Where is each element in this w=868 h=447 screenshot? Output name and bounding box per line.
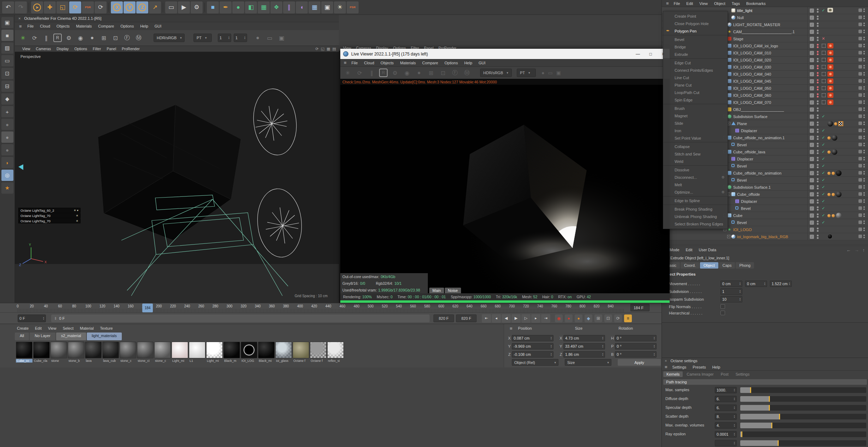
texture-paint-button[interactable]: ◗ [1,157,13,168]
attr-tab-phong[interactable]: Phong [736,262,754,269]
kernel-settings-icon[interactable]: ⚙ [390,68,400,77]
picture-icon-icon[interactable]: ▣ [277,33,286,42]
material-item[interactable]: stone_ci [137,342,154,363]
material-thumbnail[interactable] [120,342,136,358]
edit-render-settings-button[interactable]: ⚙ [191,1,203,13]
os-param-slider[interactable] [740,440,866,446]
render-region-icon[interactable]: R [53,34,62,42]
layer-icon[interactable]: ∕ [810,235,814,239]
region-clear-icon[interactable]: ⊡ [438,68,448,77]
material-item[interactable]: Cube_cc [16,342,32,363]
spinner-arrows-icon[interactable]: ▴▾ [654,336,655,340]
mini-dots-icon[interactable] [863,51,865,54]
layer-icon[interactable]: ∕ [810,150,814,154]
solo-button[interactable]: ≡ [624,314,632,322]
attr-field[interactable]: 1.522 cm▴▾ [770,281,792,287]
visibility-dots-icon[interactable] [817,93,819,98]
phong-tag-icon[interactable] [832,172,835,175]
mini-dots-icon[interactable] [863,220,865,224]
layer-icon[interactable]: ∕ [810,16,814,20]
rotation-b-field[interactable]: 0 °▴▾ [615,351,657,358]
prev-frame-button[interactable]: ◀ [502,314,511,323]
texture-mode-button[interactable]: ▨ [1,42,13,54]
material-thumbnail[interactable] [102,342,119,358]
array-generator-button[interactable]: ❖ [270,1,282,13]
spinner-arrows-icon[interactable]: ▴▾ [602,336,603,340]
material-item[interactable]: stone_b [68,342,84,363]
octane-menu-objects[interactable]: Objects [54,23,72,29]
material-tab-all[interactable]: All [15,333,29,340]
render-region-icon[interactable]: R [379,69,388,77]
attr-field[interactable]: 0 cm▴▾ [720,281,742,287]
play-button[interactable]: ▶ [511,314,521,323]
lv-menu-file[interactable]: File [349,60,361,66]
record-parameter-button[interactable]: ● [575,314,582,322]
material-item[interactable]: lava_cub [102,342,119,363]
mini-dots-icon[interactable] [863,213,865,217]
hamburger-icon[interactable]: ≡ [342,60,348,65]
visibility-dots-icon[interactable] [817,86,819,90]
mini-layer-icon[interactable] [858,51,862,54]
range-end-field-1[interactable]: 820 F [433,314,454,322]
attr-menu-edit[interactable]: Edit [683,247,695,253]
phong-tag-icon[interactable] [827,214,831,217]
scale-tool-button[interactable]: ◱ [56,1,68,13]
octane-menu-help[interactable]: Help [137,23,151,29]
layer-icon[interactable]: ∕ [810,37,814,41]
material-thumbnail[interactable] [137,342,154,358]
uvw-tag-icon[interactable] [838,121,843,126]
visibility-dots-icon[interactable] [817,199,819,204]
spinner-arrows-icon[interactable]: ▴▾ [789,282,790,286]
visibility-dots-icon[interactable] [817,235,819,239]
texture-tag-icon[interactable] [827,121,833,127]
material-item[interactable]: stone_c [154,342,171,363]
attr-nav-arrow-2[interactable]: ↑ [863,247,865,253]
mini-layer-icon[interactable] [858,23,862,26]
mini-dots-icon[interactable] [863,136,865,139]
send-scene-live-viewer-icon[interactable]: ✳ [18,33,28,42]
material-menu-view[interactable]: View [45,325,59,331]
layer-icon[interactable]: ∕ [810,129,814,133]
visibility-dots-icon[interactable] [817,72,819,76]
slider-handle[interactable] [769,396,770,402]
maximize-button[interactable]: □ [644,49,657,59]
display-mode-dropdown[interactable]: HDR/sRGB▾ [154,34,185,42]
octane-settings-close-icon[interactable]: × [665,359,667,363]
lock-resolution-icon[interactable]: ◉ [76,33,85,42]
render-tab-main[interactable]: Main [429,288,444,293]
material-item[interactable]: Light_mi [206,342,223,363]
texture-tag-icon[interactable] [836,170,842,176]
texture-tag-icon[interactable] [836,192,842,197]
lv-picture-icon[interactable]: ▣ [556,70,561,76]
lv-camera-icon[interactable]: ● [541,70,544,76]
target-box-icon[interactable] [822,100,826,104]
mini-dots-icon[interactable] [863,79,865,83]
layer-icon[interactable]: ∕ [810,30,814,34]
undo-button[interactable]: ↶ [2,1,14,13]
lv-display-mode-dropdown[interactable]: HDR/sRGB▾ [480,69,512,77]
camera-tag-icon[interactable] [827,100,833,105]
restart-render-icon[interactable]: ⟳ [355,68,364,77]
material-thumbnail[interactable] [172,342,188,358]
layer-icon[interactable]: ∕ [810,220,814,225]
spinner-arrows-icon[interactable]: ▴▾ [43,317,44,320]
material-picker-icon[interactable]: Ⓜ [462,68,472,77]
material-item[interactable]: L1 [189,342,205,363]
region-add-icon[interactable]: ⊞ [99,33,108,42]
material-item[interactable]: Octane f [293,342,309,363]
mini-layer-icon[interactable] [858,178,862,182]
mini-layer-icon[interactable] [858,206,862,210]
os-param-slider[interactable] [740,387,866,393]
timeline-ruler[interactable]: 0204060801001201401601802002202402602803… [0,303,662,313]
spinner-arrows-icon[interactable]: ▴▾ [734,388,735,392]
subdivision-surface-generator-button[interactable]: ● [232,1,244,13]
rotation-h-field[interactable]: 0 °▴▾ [615,335,657,341]
material-item[interactable]: lava [85,342,102,363]
target-box-icon[interactable] [822,93,826,97]
camera-tag-icon[interactable] [827,50,833,55]
hamburger-icon[interactable]: ≡ [508,326,514,331]
mini-dots-icon[interactable] [863,93,865,97]
spinner-arrows-icon[interactable]: ▴▾ [734,424,735,427]
enabled-check-icon[interactable]: ✓ [822,220,825,225]
phong-tag-icon[interactable] [827,136,831,140]
